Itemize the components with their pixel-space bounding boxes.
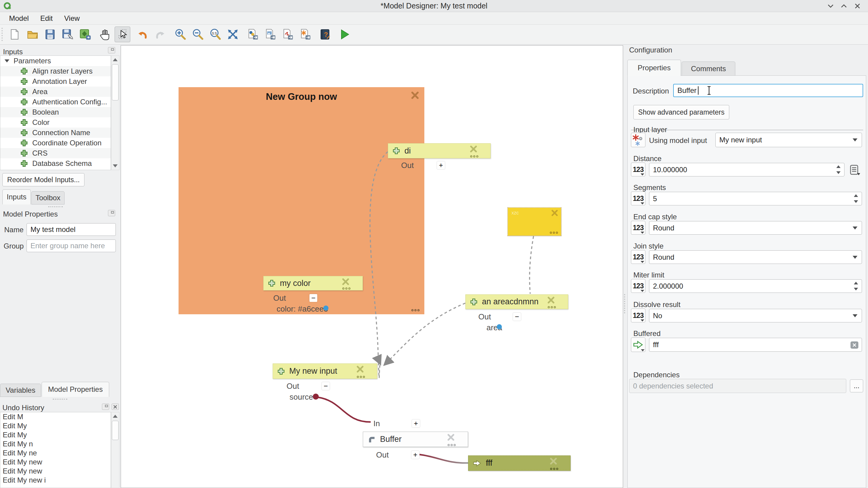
parameter-item[interactable]: Connection Name bbox=[0, 128, 111, 138]
dissolve-type-badge[interactable]: 123 bbox=[631, 309, 645, 323]
node-buffer[interactable]: Buffer bbox=[363, 432, 468, 447]
source-dot[interactable] bbox=[313, 394, 319, 400]
port-toggle[interactable]: − bbox=[309, 294, 317, 302]
delete-node-icon[interactable] bbox=[470, 145, 477, 153]
toolbar-grip[interactable] bbox=[1, 28, 3, 41]
end-cap-style-select[interactable]: Round bbox=[649, 221, 862, 235]
parameter-item[interactable]: Database Schema bbox=[0, 158, 111, 169]
undo-history-item[interactable]: Edit My new bbox=[3, 466, 111, 476]
undo-history-item[interactable]: Edit My n bbox=[3, 439, 111, 449]
tab-model-properties[interactable]: Model Properties bbox=[42, 382, 109, 397]
parameter-item[interactable]: Annotation Layer bbox=[0, 76, 111, 87]
miter-limit-input[interactable]: 2.000000 bbox=[649, 279, 862, 293]
spin-arrows-icon[interactable] bbox=[834, 164, 843, 175]
node-menu-dots-icon[interactable] bbox=[447, 444, 456, 446]
input-layer-select[interactable]: My new input bbox=[715, 133, 862, 147]
export-image-file-icon[interactable] bbox=[262, 27, 278, 42]
tab-variables[interactable]: Variables bbox=[0, 384, 41, 397]
description-input[interactable]: Buffer bbox=[673, 84, 863, 97]
undo-history-item[interactable]: Edit My ne bbox=[3, 449, 111, 458]
delete-node-icon[interactable] bbox=[356, 366, 364, 373]
comment-menu-dots-icon[interactable] bbox=[550, 232, 558, 234]
buffered-name-input[interactable]: fff bbox=[649, 338, 862, 352]
dock-splitter-handle[interactable] bbox=[48, 206, 63, 207]
help-icon[interactable]: ? bbox=[317, 27, 333, 42]
export-pdf-icon[interactable] bbox=[280, 27, 296, 42]
inputs-float-icon[interactable] bbox=[108, 47, 115, 53]
maximize-icon[interactable] bbox=[840, 3, 847, 9]
node-menu-dots-icon[interactable] bbox=[357, 376, 365, 378]
parameter-item[interactable]: Color bbox=[0, 117, 111, 128]
distance-type-badge[interactable]: 123 bbox=[631, 162, 645, 177]
reorder-model-inputs-button[interactable]: Reorder Model Inputs... bbox=[2, 173, 85, 186]
save-model-as-icon[interactable] bbox=[60, 27, 75, 42]
tab-comments[interactable]: Comments bbox=[682, 62, 735, 76]
spin-arrows-icon[interactable] bbox=[851, 193, 861, 204]
port-toggle[interactable]: + bbox=[437, 161, 445, 169]
node-an-area[interactable]: an areacdnmnn bbox=[465, 294, 568, 309]
port-toggle[interactable]: + bbox=[412, 420, 420, 427]
node-menu-dots-icon[interactable] bbox=[548, 306, 556, 308]
node-menu-dots-icon[interactable] bbox=[342, 287, 350, 289]
model-group-input[interactable]: Enter group name here bbox=[27, 240, 116, 252]
pan-tool-icon[interactable] bbox=[97, 27, 113, 42]
clear-text-icon[interactable] bbox=[850, 341, 859, 349]
segments-type-badge[interactable]: 123 bbox=[631, 191, 645, 205]
undo-history-close-icon[interactable] bbox=[112, 403, 119, 410]
end-cap-type-badge[interactable]: 123 bbox=[631, 221, 645, 235]
parameter-item[interactable]: Authentication Config... bbox=[0, 97, 111, 107]
input-layer-source-icon[interactable] bbox=[631, 133, 645, 147]
dissolve-result-select[interactable]: No bbox=[649, 309, 862, 323]
node-my-new-input[interactable]: My new input bbox=[273, 363, 377, 379]
delete-group-icon[interactable] bbox=[411, 91, 419, 99]
zoom-out-icon[interactable] bbox=[190, 27, 206, 42]
tab-properties[interactable]: Properties bbox=[627, 60, 681, 76]
join-style-select[interactable]: Round bbox=[649, 250, 862, 264]
parameter-item[interactable]: CRS bbox=[0, 148, 111, 158]
save-model-icon[interactable] bbox=[42, 27, 58, 42]
group-menu-dots-icon[interactable] bbox=[411, 309, 420, 311]
undo-history-float-icon[interactable] bbox=[102, 403, 109, 410]
parameter-item[interactable]: Coordinate Operation bbox=[0, 138, 111, 148]
parameter-item[interactable]: Align raster Layers bbox=[0, 66, 111, 76]
delete-node-icon[interactable] bbox=[550, 458, 557, 465]
zoom-actual-icon[interactable]: 1:1 bbox=[208, 27, 223, 42]
node-fff[interactable]: fff bbox=[468, 455, 570, 471]
model-name-input[interactable]: My test model bbox=[27, 223, 116, 236]
close-window-icon[interactable] bbox=[854, 3, 861, 9]
panel-splitter-handle[interactable] bbox=[624, 294, 625, 313]
delete-node-icon[interactable] bbox=[548, 297, 555, 304]
undo-history-item[interactable]: Edit My bbox=[3, 421, 111, 430]
node-menu-dots-icon[interactable] bbox=[470, 155, 478, 157]
menu-item[interactable]: Model bbox=[4, 13, 33, 24]
miter-limit-type-badge[interactable]: 123 bbox=[631, 279, 645, 293]
export-image-icon[interactable] bbox=[77, 27, 93, 42]
model-canvas[interactable]: New Group now xzc di Out + my color Out bbox=[121, 45, 623, 488]
open-model-icon[interactable] bbox=[25, 27, 40, 42]
minimize-icon[interactable] bbox=[827, 3, 834, 9]
node-menu-dots-icon[interactable] bbox=[550, 468, 558, 470]
buffered-output-icon[interactable] bbox=[631, 337, 645, 352]
tab-toolbox[interactable]: Toolbox bbox=[31, 191, 65, 205]
parameter-item[interactable]: Area bbox=[0, 87, 111, 97]
run-model-icon[interactable] bbox=[337, 27, 352, 42]
menu-item[interactable]: Edit bbox=[35, 13, 57, 24]
undo-icon[interactable] bbox=[134, 27, 150, 42]
model-properties-float-icon[interactable] bbox=[108, 210, 115, 216]
port-toggle[interactable]: − bbox=[513, 313, 521, 321]
redo-icon[interactable] bbox=[153, 27, 168, 42]
port-toggle[interactable]: − bbox=[322, 382, 330, 390]
dependencies-more-button[interactable]: ... bbox=[850, 379, 863, 392]
segments-input[interactable]: 5 bbox=[649, 192, 862, 205]
distance-iterate-icon[interactable] bbox=[848, 164, 861, 177]
delete-comment-icon[interactable] bbox=[551, 210, 558, 216]
spin-arrows-icon[interactable] bbox=[851, 280, 861, 292]
select-tool-icon[interactable] bbox=[115, 27, 130, 42]
parameter-item[interactable]: Boolean bbox=[0, 107, 111, 117]
menu-item[interactable]: View bbox=[59, 13, 85, 24]
dock-splitter-handle-2[interactable] bbox=[53, 399, 67, 400]
join-style-type-badge[interactable]: 123 bbox=[631, 250, 645, 264]
export-svg-icon[interactable] bbox=[298, 27, 313, 42]
zoom-full-icon[interactable] bbox=[225, 27, 241, 42]
delete-node-icon[interactable] bbox=[447, 434, 455, 441]
